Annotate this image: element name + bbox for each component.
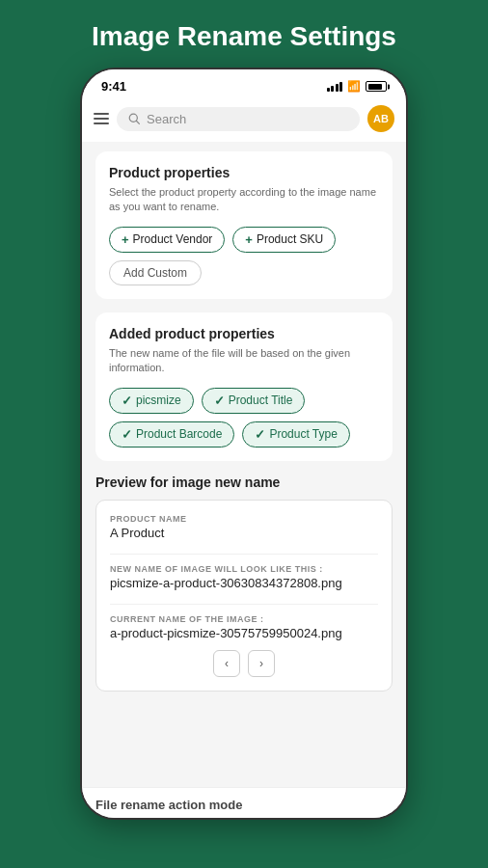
tag-vendor-label: Product Vendor bbox=[133, 232, 213, 246]
status-icons: 📶 bbox=[327, 80, 388, 93]
preview-section-title: Preview for image new name bbox=[95, 475, 393, 490]
new-name-value: picsmize-a-product-30630834372808.png bbox=[110, 576, 378, 590]
svg-line-1 bbox=[137, 121, 140, 123]
signal-icon bbox=[327, 82, 343, 92]
tag-product-vendor[interactable]: + Product Vendor bbox=[109, 227, 225, 253]
new-name-row: NEW NAME OF IMAGE WILL LOOK LIKE THIS : … bbox=[110, 564, 378, 590]
next-page-button[interactable]: › bbox=[248, 650, 275, 677]
product-name-row: PRODUCT NAME A Product bbox=[110, 514, 378, 540]
check-icon: ✓ bbox=[122, 427, 132, 442]
tag-type-label: Product Type bbox=[269, 427, 338, 441]
content-area: Product properties Select the product pr… bbox=[82, 142, 406, 787]
search-bar: Search AB bbox=[82, 99, 406, 142]
current-name-row: CURRENT NAME OF THE IMAGE : a-product-pi… bbox=[110, 614, 378, 640]
phone-frame: 9:41 📶 Search AB Product proper bbox=[80, 68, 408, 820]
plus-icon: + bbox=[122, 232, 129, 247]
product-name-label: PRODUCT NAME bbox=[110, 514, 378, 524]
added-properties-desc: The new name of the file will be based o… bbox=[109, 346, 379, 376]
tag-barcode-label: Product Barcode bbox=[136, 427, 222, 441]
preview-divider-1 bbox=[110, 554, 378, 555]
current-name-label: CURRENT NAME OF THE IMAGE : bbox=[110, 614, 378, 624]
tag-picsmize-label: picsmize bbox=[136, 393, 181, 407]
pagination-row: ‹ › bbox=[110, 650, 378, 677]
hamburger-menu-icon[interactable] bbox=[94, 113, 109, 124]
wifi-icon: 📶 bbox=[347, 80, 361, 93]
product-properties-title: Product properties bbox=[109, 165, 379, 180]
plus-icon: + bbox=[245, 232, 253, 247]
tag-product-title[interactable]: ✓ Product Title bbox=[202, 388, 306, 414]
product-name-value: A Product bbox=[110, 526, 378, 540]
avatar: AB bbox=[367, 105, 394, 132]
check-icon: ✓ bbox=[122, 393, 132, 408]
preview-divider-2 bbox=[110, 604, 378, 605]
page-title: Image Rename Settings bbox=[0, 0, 488, 68]
tag-product-type[interactable]: ✓ Product Type bbox=[242, 421, 350, 448]
current-name-value: a-product-picsmize-30575759950024.png bbox=[110, 626, 378, 640]
added-properties-card: Added product properties The new name of… bbox=[95, 312, 393, 461]
tag-product-barcode[interactable]: ✓ Product Barcode bbox=[109, 421, 234, 448]
battery-icon bbox=[366, 81, 387, 92]
check-icon: ✓ bbox=[255, 427, 265, 442]
prev-page-button[interactable]: ‹ bbox=[213, 650, 240, 677]
tag-picsmize[interactable]: ✓ picsmize bbox=[109, 388, 194, 414]
added-properties-title: Added product properties bbox=[109, 326, 379, 341]
tag-product-title-label: Product Title bbox=[229, 393, 293, 407]
product-properties-card: Product properties Select the product pr… bbox=[95, 151, 393, 299]
preview-inner: PRODUCT NAME A Product NEW NAME OF IMAGE… bbox=[95, 500, 393, 692]
bottom-peek: File rename action mode bbox=[82, 787, 406, 818]
tag-product-sku[interactable]: + Product SKU bbox=[232, 227, 336, 253]
new-name-label: NEW NAME OF IMAGE WILL LOOK LIKE THIS : bbox=[110, 564, 378, 574]
tag-sku-label: Product SKU bbox=[257, 232, 323, 246]
search-icon bbox=[128, 113, 141, 125]
product-properties-desc: Select the product property according to… bbox=[109, 185, 379, 215]
preview-section: Preview for image new name PRODUCT NAME … bbox=[95, 475, 393, 695]
product-properties-tags: + Product Vendor + Product SKU Add Custo… bbox=[109, 227, 379, 285]
status-bar: 9:41 📶 bbox=[82, 69, 406, 99]
add-custom-button[interactable]: Add Custom bbox=[109, 260, 202, 285]
added-properties-tags: ✓ picsmize ✓ Product Title ✓ Product Bar… bbox=[109, 388, 379, 448]
search-input-wrap[interactable]: Search bbox=[117, 107, 360, 131]
check-icon: ✓ bbox=[214, 393, 225, 408]
status-time: 9:41 bbox=[101, 79, 126, 94]
search-placeholder: Search bbox=[147, 112, 186, 126]
